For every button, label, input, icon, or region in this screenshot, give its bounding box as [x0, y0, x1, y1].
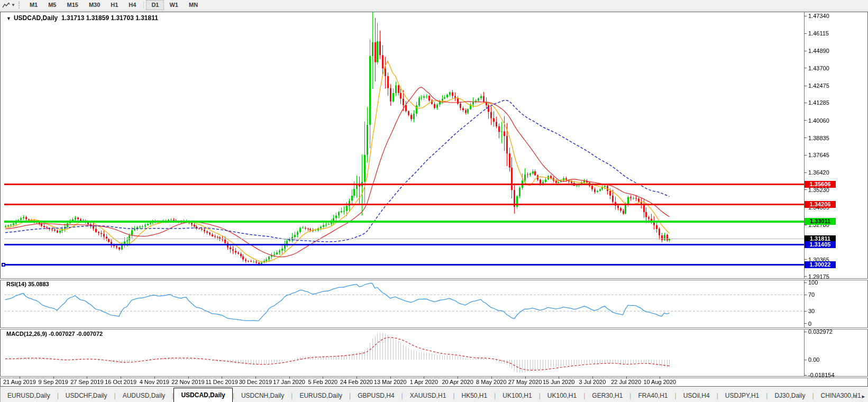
price-axis-label: 1.40060: [808, 117, 829, 124]
macd-axis-label: 0.00: [808, 357, 819, 363]
rsi-axis-label: 0: [808, 321, 811, 327]
line-drag-handle[interactable]: [2, 263, 5, 267]
date-axis-label: 3 Jul 2020: [579, 379, 606, 385]
price-axis-label: 1.37645: [808, 152, 829, 158]
tab-scroll-left-icon[interactable]: ◂: [854, 393, 857, 400]
price-tag-135606: 1.35606: [805, 181, 836, 188]
tab-uk100-h1[interactable]: UK100,H1: [496, 390, 538, 402]
date-axis-label: 17 Jan 2020: [273, 379, 305, 385]
date-axis-label: 4 Nov 2019: [140, 379, 169, 385]
support-line[interactable]: [4, 244, 804, 245]
date-axis-label: 5 Feb 2020: [308, 379, 337, 385]
date-axis-label: 16 Oct 2019: [105, 379, 136, 385]
rsi-axis-tick: [804, 323, 807, 324]
macd-axis-tick: [804, 332, 807, 332]
price-axis-tick: [804, 172, 807, 173]
tab-hk50-h1[interactable]: HK50,H1: [455, 390, 495, 402]
date-axis-label: 15 Jun 2020: [543, 379, 575, 385]
price-axis-tick: [804, 16, 807, 16]
current-price-line: [4, 239, 804, 239]
price-axis-label: 1.47340: [808, 13, 829, 19]
tab-usoil-h4[interactable]: USOil,H4: [677, 390, 717, 402]
ohlc-low: 1.31703: [111, 14, 133, 22]
price-tag-130022: 1.30022: [805, 261, 836, 268]
price-axis-tick: [804, 120, 807, 121]
ohlc-close: 1.31811: [135, 14, 158, 22]
date-axis-label: 21 Aug 2019: [3, 379, 36, 385]
date-axis-label: 22 Nov 2019: [171, 379, 204, 385]
tab-scroll-right-icon[interactable]: ▸: [862, 393, 865, 400]
macd-date-separator: [0, 376, 868, 378]
price-axis-label: 1.44890: [808, 48, 829, 54]
macd-axis-tick: [804, 375, 807, 376]
price-axis-label: 1.43700: [808, 65, 829, 71]
tab-uk100-h1[interactable]: UK100,H1: [541, 390, 583, 402]
support-line[interactable]: [4, 264, 804, 266]
tab-gbpusd-h4[interactable]: GBPUSD,H4: [351, 390, 401, 402]
tab-eurusd-daily[interactable]: EURUSD,Daily: [1, 390, 57, 402]
price-axis-label: 1.38835: [808, 135, 829, 141]
rsi-axis-label: 70: [808, 291, 815, 298]
date-axis-label: 24 Feb 2020: [340, 379, 373, 385]
price-axis-tick: [804, 259, 807, 260]
price-axis-label: 1.41285: [808, 99, 829, 106]
tab-eurusd-daily[interactable]: EURUSD,Daily: [293, 390, 349, 402]
macd-axis-label: 0.032972: [808, 328, 833, 335]
support-line[interactable]: [4, 221, 804, 223]
macd-axis-tick: [804, 360, 807, 360]
tab-scroll-buttons: ◂ ▸: [854, 393, 865, 400]
tab-dj30-daily[interactable]: DJ30,Daily: [768, 390, 812, 402]
rsi-axis-tick: [804, 295, 807, 295]
tab-usdchf-daily[interactable]: USDCHF,Daily: [59, 390, 114, 402]
ohlc-open: 1.31713: [61, 14, 84, 22]
price-axis-tick: [804, 189, 807, 190]
tab-audusd-daily[interactable]: AUDUSD,Daily: [116, 390, 172, 402]
rsi-axis-tick: [804, 282, 807, 283]
price-axis-border: [804, 12, 805, 377]
price-axis-label: 1.42475: [808, 83, 829, 89]
macd-axis-label: -0.018154: [808, 372, 835, 378]
main-rsi-separator[interactable]: [0, 278, 868, 280]
date-axis-label: 9 Sep 2019: [39, 379, 68, 385]
tab-fra40-h1[interactable]: FRA40,H1: [631, 390, 674, 402]
price-axis-label: 1.46115: [808, 30, 829, 36]
chart-canvas[interactable]: [0, 0, 868, 402]
date-axis-label: 22 Jul 2020: [611, 379, 641, 385]
rsi-axis-label: 30: [808, 308, 815, 314]
tab-xauusd-h1[interactable]: XAUUSD,H1: [403, 390, 453, 402]
date-axis-label: 1 Apr 2020: [410, 379, 438, 385]
date-axis-label: 20 Apr 2020: [442, 379, 473, 385]
price-axis-tick: [804, 33, 807, 34]
price-axis-tick: [804, 103, 807, 103]
date-axis-label: 11 Dec 2019: [205, 379, 238, 385]
tab-usdjpy-h1[interactable]: USDJPY,H1: [718, 390, 766, 402]
chart-title: ▼USDCAD,Daily 1.31713 1.31859 1.31703 1.…: [6, 14, 158, 22]
tab-ger30-h1[interactable]: GER30,H1: [585, 390, 629, 402]
price-tag-133011: 1.33011: [805, 218, 836, 225]
tab-usdcnh-daily[interactable]: USDCNH,Daily: [234, 390, 291, 402]
mt4-terminal: ▼ M1M5M15M30H1H4D1W1MN ▼USDCAD,Daily 1.3…: [0, 0, 868, 402]
rsi-macd-separator[interactable]: [0, 327, 868, 330]
date-axis-label: 8 May 2020: [476, 379, 506, 385]
chart-context-arrow-icon[interactable]: ▼: [6, 16, 11, 21]
rsi-label: RSI(14) 35.0883: [6, 281, 49, 287]
chart-symbol: USDCAD,Daily: [14, 14, 58, 22]
date-axis-label: 30 Dec 2019: [239, 379, 272, 385]
price-axis-tick: [804, 86, 807, 86]
rsi-axis-label: 100: [808, 279, 818, 286]
date-axis-label: 27 Sep 2019: [70, 379, 103, 385]
resistance-line[interactable]: [4, 204, 804, 205]
resistance-line[interactable]: [4, 184, 804, 185]
tab-usdcad-daily[interactable]: USDCAD,Daily: [173, 388, 232, 402]
price-axis-tick: [804, 51, 807, 51]
price-axis-tick: [804, 276, 807, 277]
date-axis-label: 13 Mar 2020: [374, 379, 407, 385]
date-axis-label: 27 May 2020: [508, 379, 542, 385]
date-axis-label: 10 Aug 2020: [643, 379, 676, 385]
ohlc-high: 1.31859: [86, 14, 109, 22]
price-tag-131405: 1.31405: [805, 241, 836, 248]
macd-label: MACD(12,26,9) -0.007027 -0.007072: [6, 331, 103, 337]
chart-tab-bar: EURUSD,Daily|USDCHF,Daily|AUDUSD,Daily|U…: [0, 387, 868, 402]
price-axis-tick: [804, 155, 807, 156]
chart-tabs: EURUSD,Daily|USDCHF,Daily|AUDUSD,Daily|U…: [1, 388, 868, 402]
